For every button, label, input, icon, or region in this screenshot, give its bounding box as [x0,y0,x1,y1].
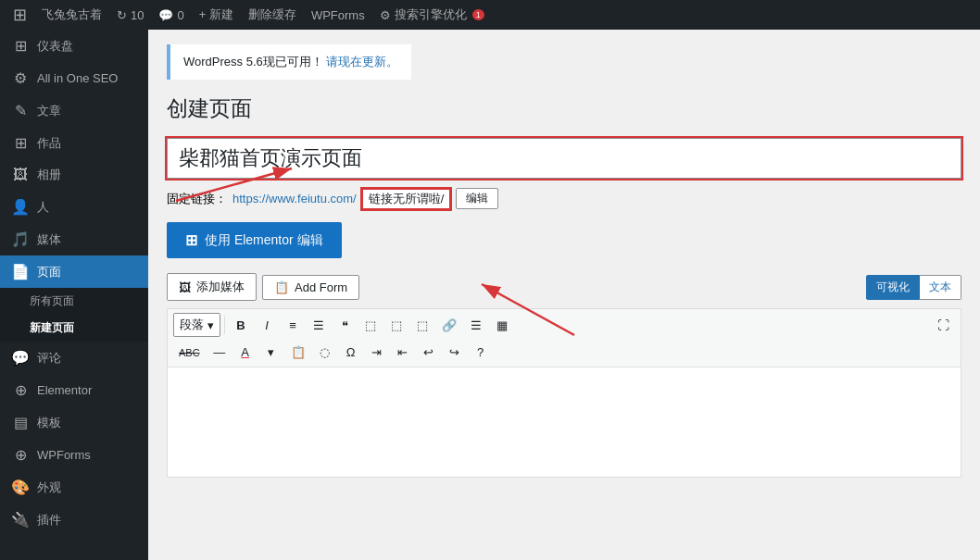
comments-item[interactable]: 💬 0 [151,0,191,30]
sidebar-label-appearance: 外观 [37,479,61,496]
sidebar-item-templates[interactable]: ▤ 模板 [0,406,148,439]
add-form-button[interactable]: 📋 Add Form [262,275,359,300]
page-title: 创建页面 [167,94,961,123]
site-name-item[interactable]: 飞兔兔古着 [34,0,109,30]
page-title-input[interactable] [167,138,961,179]
permalink-slug: 链接无所谓啦/ [362,189,451,209]
color-picker-button[interactable]: ▾ [259,342,283,363]
sidebar-subitem-newpage[interactable]: 新建页面 [0,315,148,342]
permalink-row: 固定链接： https://www.feiutu.com/ 链接无所谓啦/ 编辑 [167,188,961,209]
view-visual-button[interactable]: 可视化 [866,275,920,300]
templates-icon: ▤ [11,414,30,431]
ul-button[interactable]: ☰ [307,315,331,336]
appearance-icon: 🎨 [11,479,30,496]
seo-badge: 1 [472,9,484,20]
sidebar-item-appearance[interactable]: 🎨 外观 [0,471,148,504]
sidebar-item-people[interactable]: 👤 人 [0,191,148,223]
updates-item[interactable]: ↻ 10 [109,0,151,30]
bold-button[interactable]: B [229,315,253,336]
cache-item[interactable]: 删除缓存 [241,0,304,30]
fullscreen-button[interactable]: ⛶ [931,315,955,336]
strikethrough-button[interactable]: ABC [173,343,206,362]
sidebar-item-wpforms[interactable]: ⊕ WPForms [0,439,148,471]
special-char-button[interactable]: Ω [339,342,363,363]
refresh-icon: ↻ [117,8,127,22]
sidebar-label-products: 作品 [37,135,61,152]
sidebar-label-plugins: 插件 [37,512,61,529]
admin-bar: ⊞ 飞兔兔古着 ↻ 10 💬 0 + 新建 删除缓存 WPForms ⚙ 搜索引… [0,0,980,30]
sidebar-label-allinone: All in One SEO [37,71,118,85]
seo-label: 搜索引擎优化 [395,6,467,23]
align-left-button[interactable]: ⬚ [358,315,383,336]
sidebar-label-comments: 评论 [37,350,61,367]
content-inner: WordPress 5.6现已可用！ 请现在更新。 创建页面 固定链接： htt… [148,30,980,492]
permalink-edit-button[interactable]: 编辑 [456,188,498,209]
align-right-button[interactable]: ⬚ [410,315,434,336]
sidebar-label-elementor: Elementor [37,383,92,397]
sidebar-item-products[interactable]: ⊞ 作品 [0,127,148,159]
italic-button[interactable]: I [255,315,279,336]
sidebar-item-dashboard[interactable]: ⊞ 仪表盘 [0,30,148,62]
allinone-icon: ⚙ [11,69,30,87]
wpforms-label: WPForms [311,8,365,22]
view-text-button[interactable]: 文本 [920,275,961,300]
sidebar-item-plugins[interactable]: 🔌 插件 [0,504,148,536]
cache-label: 删除缓存 [248,6,296,23]
link-button[interactable]: 🔗 [436,315,462,336]
updates-count: 10 [131,8,144,22]
sidebar-item-articles[interactable]: ✎ 文章 [0,94,148,127]
sidebar-label-photos: 相册 [37,167,61,183]
undo-button[interactable]: ↩ [417,342,441,363]
toolbar-row-1: 段落 ▾ B I ≡ ☰ ❝ ⬚ ⬚ ⬚ 🔗 ☰ ▦ ⛶ [173,313,955,337]
sidebar-label-people: 人 [37,199,49,216]
help-button[interactable]: ? [469,342,493,363]
media-icon: 🎵 [11,230,30,248]
clear-format-button[interactable]: ◌ [313,342,337,363]
comments-icon: 💬 [11,349,30,367]
editor-toolbar-buttons: 🖼 添加媒体 📋 Add Form 可视化 文本 [167,273,961,301]
align-justify-button[interactable]: ☰ [464,315,488,336]
blockquote-button[interactable]: ❝ [333,315,357,336]
sidebar-label-articles: 文章 [37,103,61,119]
add-media-button[interactable]: 🖼 添加媒体 [167,273,257,301]
new-label: + 新建 [199,6,233,23]
sidebar-item-allinone[interactable]: ⚙ All in One SEO [0,62,148,94]
sidebar-label-pages: 页面 [37,264,61,280]
seo-item[interactable]: ⚙ 搜索引擎优化 1 [372,0,492,30]
paste-clear-button[interactable]: 📋 [285,342,311,363]
outdent-button[interactable]: ⇤ [391,342,415,363]
elementor-btn-icon: ⊞ [185,231,197,249]
sidebar-subitem-allpages[interactable]: 所有页面 [0,288,148,315]
notice-link[interactable]: 请现在更新。 [326,55,398,68]
paragraph-select[interactable]: 段落 ▾ [173,313,220,337]
align-center-button[interactable]: ⬚ [384,315,408,336]
add-form-label: Add Form [295,280,347,294]
add-form-icon: 📋 [274,280,289,294]
sidebar-item-media[interactable]: 🎵 媒体 [0,223,148,255]
indent-button[interactable]: ⇥ [365,342,389,363]
new-item[interactable]: + 新建 [192,0,241,30]
ol-button[interactable]: ≡ [281,315,305,336]
redo-button[interactable]: ↪ [443,342,467,363]
products-icon: ⊞ [11,134,30,152]
sidebar-label-dashboard: 仪表盘 [37,38,73,55]
notice-text: WordPress 5.6现已可用！ [183,55,323,68]
admin-sidebar: ⊞ 仪表盘 ⚙ All in One SEO ✎ 文章 ⊞ 作品 🖼 相册 👤 … [0,30,148,560]
comment-icon: 💬 [158,8,173,22]
articles-icon: ✎ [11,102,30,119]
wp-logo-item[interactable]: ⊞ [6,0,34,30]
elementor-edit-button[interactable]: ⊞ 使用 Elementor 编辑 [167,222,342,258]
comments-count: 0 [177,8,183,22]
table-button[interactable]: ▦ [490,315,514,336]
permalink-base-url[interactable]: https://www.feiutu.com/ [232,192,357,205]
editor-body[interactable] [167,367,961,478]
sidebar-item-elementor[interactable]: ⊕ Elementor [0,374,148,406]
font-color-button[interactable]: A [233,342,258,363]
sidebar-item-pages[interactable]: 📄 页面 [0,255,148,288]
toolbar-row-2: ABC — A ▾ 📋 ◌ Ω ⇥ ⇤ ↩ ↪ ? [173,342,955,363]
hr-button[interactable]: — [207,342,232,363]
sidebar-item-photos[interactable]: 🖼 相册 [0,159,148,191]
wpforms-item[interactable]: WPForms [304,0,372,30]
paragraph-dropdown-icon: ▾ [207,318,214,332]
sidebar-item-comments[interactable]: 💬 评论 [0,342,148,374]
